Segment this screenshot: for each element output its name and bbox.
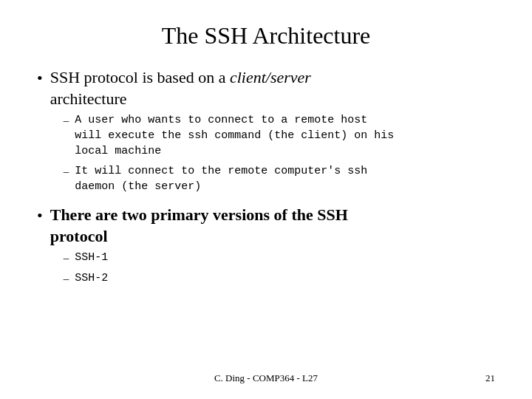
slide-footer: C. Ding - COMP364 - L27 21: [37, 365, 495, 384]
slide-content: • SSH protocol is based on a client/serv…: [37, 67, 495, 365]
bullet-text-content-2: There are two primary versions of the SS…: [50, 205, 348, 245]
footer-page-number: 21: [485, 372, 495, 384]
bullet-text-content-1: SSH protocol is based on a client/server…: [50, 68, 311, 108]
bullet-text-1: SSH protocol is based on a client/server…: [50, 67, 395, 194]
sub-bullets-1: – A user who wants to connect to a remot…: [64, 112, 395, 194]
sub-bullet-text-2-1: SSH-1: [75, 250, 108, 265]
bullet-dot-2: •: [37, 205, 43, 227]
sub-bullet-item-2-2: – SSH-2: [64, 270, 348, 287]
footer-center-text: C. Ding - COMP364 - L27: [214, 372, 318, 384]
bullet-dot-1: •: [37, 68, 43, 89]
sub-bullet-dash-2-1: –: [64, 250, 69, 266]
sub-bullet-item-1-1: – A user who wants to connect to a remot…: [64, 112, 395, 159]
sub-bullet-item-2-1: – SSH-1: [64, 250, 348, 266]
bullet-text-2: There are two primary versions of the SS…: [50, 205, 348, 287]
bullet-item-1: • SSH protocol is based on a client/serv…: [37, 67, 495, 194]
sub-bullet-text-1-1: A user who wants to connect to a remote …: [75, 112, 394, 159]
sub-bullet-dash-1-1: –: [64, 113, 69, 129]
sub-bullet-text-1-2: It will connect to the remote computer's…: [75, 163, 367, 194]
slide-title: The SSH Architecture: [37, 22, 495, 50]
sub-bullets-2: – SSH-1 – SSH-2: [64, 250, 348, 287]
sub-bullet-text-2-2: SSH-2: [75, 270, 108, 286]
sub-bullet-item-1-2: – It will connect to the remote computer…: [64, 163, 395, 194]
bullet-item-2: • There are two primary versions of the …: [37, 205, 495, 287]
sub-bullet-dash-1-2: –: [64, 164, 69, 180]
sub-bullet-dash-2-2: –: [64, 271, 69, 287]
slide: The SSH Architecture • SSH protocol is b…: [0, 0, 532, 399]
